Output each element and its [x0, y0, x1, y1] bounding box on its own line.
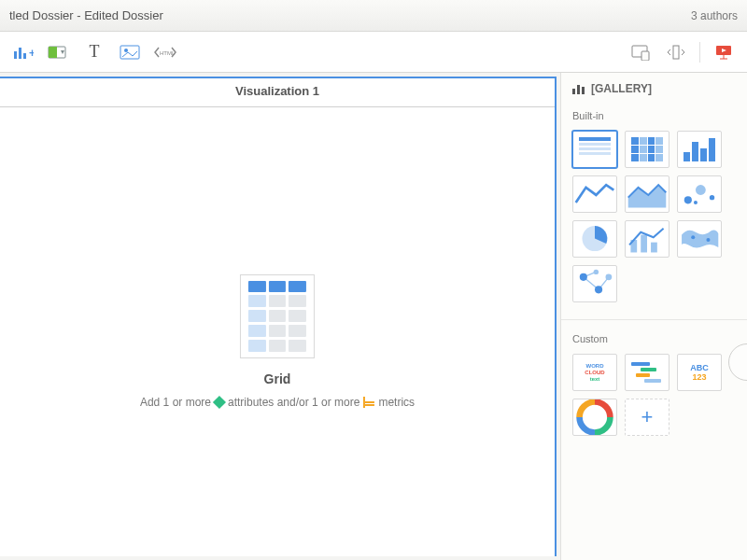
- window-title: tled Dossier - Edited Dossier: [9, 8, 691, 22]
- svg-rect-5: [49, 47, 57, 58]
- viz-thumb-network[interactable]: [572, 265, 617, 302]
- insert-filter-button[interactable]: [41, 37, 77, 67]
- placeholder-name: Grid: [140, 371, 415, 386]
- visualization-title[interactable]: Visualization 1: [0, 84, 555, 98]
- bar-chart-icon: +: [13, 44, 34, 61]
- svg-point-24: [694, 201, 698, 204]
- svg-rect-27: [641, 235, 647, 253]
- svg-point-35: [595, 287, 602, 294]
- svg-point-34: [580, 273, 587, 281]
- image-icon: [120, 45, 140, 60]
- attribute-icon: [213, 396, 226, 409]
- responsive-icon: [630, 44, 651, 61]
- svg-point-29: [691, 236, 695, 240]
- viz-thumb-bubble[interactable]: [677, 175, 722, 213]
- custom-thumbs: WORDCLOUDtext ABC123 +: [561, 350, 747, 449]
- custom-section-label: Custom: [561, 324, 747, 350]
- builtin-thumbs: [561, 127, 747, 315]
- gallery-header: [GALLERY]: [561, 73, 747, 101]
- svg-rect-18: [577, 85, 580, 94]
- svg-text:+: +: [29, 47, 34, 60]
- visualization-canvas[interactable]: Visualization 1 Grid Add 1 or more attri…: [0, 77, 557, 556]
- svg-point-30: [706, 238, 710, 242]
- svg-marker-20: [628, 186, 667, 208]
- visualization-placeholder: Grid Add 1 or more attributes and/or 1 o…: [140, 274, 415, 409]
- text-icon: T: [90, 42, 100, 62]
- insert-html-button[interactable]: HTML: [148, 37, 183, 67]
- toolbar-separator: [699, 42, 700, 63]
- viz-thumb-heatmap[interactable]: [625, 131, 669, 168]
- insert-image-button[interactable]: [112, 37, 148, 67]
- viz-thumb-gantt[interactable]: [625, 354, 669, 391]
- metric-icon: [363, 397, 374, 408]
- svg-rect-12: [673, 46, 679, 59]
- viz-thumb-map[interactable]: [677, 220, 722, 258]
- viz-thumb-line[interactable]: [572, 175, 617, 213]
- viz-thumb-area[interactable]: [625, 175, 669, 213]
- svg-point-23: [710, 195, 714, 200]
- insert-visualization-button[interactable]: +: [6, 37, 41, 67]
- viz-thumb-combo[interactable]: [625, 220, 669, 258]
- responsive-view-button[interactable]: [623, 37, 658, 67]
- panel-toggle-button[interactable]: [658, 37, 694, 67]
- hint-text: Add 1 or more: [140, 396, 211, 409]
- toolbar: + T HTML: [0, 32, 747, 73]
- gallery-divider: [561, 319, 747, 320]
- svg-point-37: [594, 270, 599, 274]
- insert-text-button[interactable]: T: [77, 37, 112, 67]
- gallery-header-label: [GALLERY]: [591, 82, 652, 95]
- svg-marker-6: [61, 50, 64, 54]
- hint-text: attributes and/or 1 or more: [228, 396, 359, 409]
- svg-rect-2: [23, 53, 26, 59]
- svg-rect-28: [651, 243, 657, 253]
- svg-rect-19: [582, 87, 585, 94]
- html-icon: HTML: [153, 45, 177, 60]
- svg-rect-11: [641, 51, 649, 61]
- authors-count: 3 authors: [691, 9, 738, 22]
- main-area: Visualization 1 Grid Add 1 or more attri…: [0, 73, 747, 560]
- panel-icon: [667, 44, 685, 61]
- svg-point-36: [605, 274, 612, 281]
- viz-thumb-wordcloud[interactable]: WORDCLOUDtext: [572, 354, 617, 391]
- svg-rect-1: [19, 48, 21, 59]
- svg-rect-17: [572, 89, 575, 94]
- chart-icon: [572, 83, 585, 94]
- filter-icon: [48, 45, 70, 60]
- present-icon: [714, 44, 733, 61]
- placeholder-hint: Add 1 or more attributes and/or 1 or mor…: [140, 396, 415, 409]
- present-button[interactable]: [706, 37, 741, 67]
- viz-thumb-bar[interactable]: [677, 131, 722, 168]
- add-custom-viz-button[interactable]: +: [625, 399, 669, 436]
- svg-point-21: [684, 197, 692, 204]
- viz-thumb-grid[interactable]: [572, 131, 617, 168]
- window-titlebar: tled Dossier - Edited Dossier 3 authors: [0, 0, 747, 32]
- svg-point-8: [124, 49, 128, 52]
- viz-thumb-pie[interactable]: [572, 220, 617, 258]
- builtin-section-label: Built-in: [561, 101, 747, 127]
- viz-thumb-kpi[interactable]: ABC123: [677, 354, 722, 391]
- svg-point-22: [696, 186, 706, 196]
- hint-text: metrics: [378, 396, 415, 409]
- svg-rect-0: [14, 51, 17, 59]
- viz-thumb-ring[interactable]: [572, 399, 617, 436]
- gallery-panel: [GALLERY] Built-in: [560, 73, 747, 560]
- canvas-wrap: Visualization 1 Grid Add 1 or more attri…: [0, 73, 560, 560]
- svg-text:HTML: HTML: [160, 50, 176, 56]
- grid-placeholder-icon: [240, 274, 315, 358]
